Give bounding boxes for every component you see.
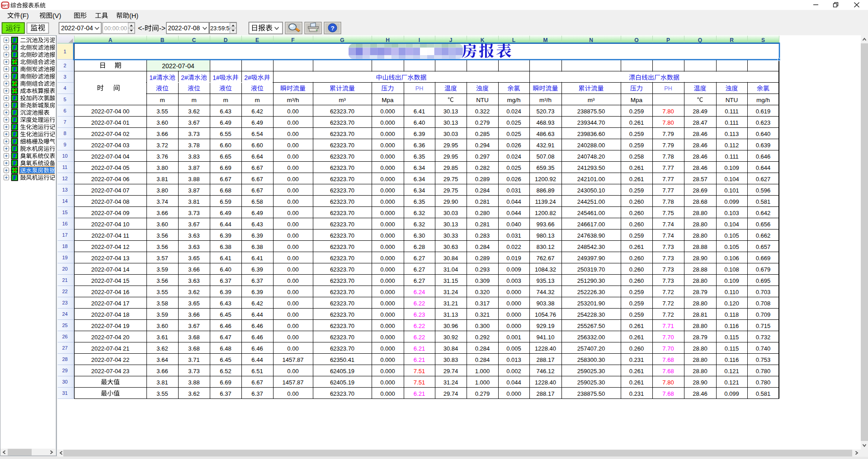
svg-text:62323.70: 62323.70 <box>330 221 354 228</box>
svg-text:993.66: 993.66 <box>537 221 555 228</box>
svg-text:(F): (F) <box>20 12 29 19</box>
svg-text:m: m <box>223 97 228 103</box>
svg-text:14: 14 <box>62 198 67 204</box>
svg-text:7.74: 7.74 <box>662 232 674 239</box>
svg-text:0.001: 0.001 <box>506 334 521 341</box>
svg-text:RPT: RPT <box>2 4 9 7</box>
svg-text:0.00: 0.00 <box>287 289 298 295</box>
svg-text:0.642: 0.642 <box>756 210 771 216</box>
svg-text:18: 18 <box>62 244 67 249</box>
svg-text:239344.70: 239344.70 <box>577 119 605 126</box>
svg-text:3.57: 3.57 <box>156 255 168 262</box>
svg-text:244251.00: 244251.00 <box>577 198 605 205</box>
svg-text:6.67: 6.67 <box>251 176 263 183</box>
svg-text:6.22: 6.22 <box>414 334 425 341</box>
svg-text:L: L <box>512 37 515 43</box>
svg-text:6.46: 6.46 <box>251 345 263 352</box>
svg-text:30.83: 30.83 <box>443 356 458 363</box>
svg-text:0.709: 0.709 <box>756 311 771 318</box>
svg-text:6.49: 6.49 <box>220 119 231 126</box>
svg-text:240748.20: 240748.20 <box>577 153 605 160</box>
svg-text:7.72: 7.72 <box>662 300 674 307</box>
svg-text:2022-07-04 08: 2022-07-04 08 <box>91 198 130 205</box>
svg-text:28: 28 <box>62 356 67 362</box>
svg-text:0.000: 0.000 <box>380 176 395 183</box>
svg-text:1.000: 1.000 <box>475 379 490 386</box>
svg-text:903.38: 903.38 <box>537 300 555 307</box>
svg-text:R: R <box>730 37 734 43</box>
svg-text:m³/h: m³/h <box>539 97 552 103</box>
svg-text:2022-07-04 19: 2022-07-04 19 <box>91 323 130 329</box>
svg-text:659.35: 659.35 <box>537 164 555 171</box>
svg-text:62405.19: 62405.19 <box>330 379 354 386</box>
svg-text:62323.70: 62323.70 <box>330 131 354 137</box>
svg-text:238875.50: 238875.50 <box>577 390 605 397</box>
svg-text:0.259: 0.259 <box>629 131 644 137</box>
svg-text:m: m <box>255 97 259 103</box>
svg-text:6.45: 6.45 <box>220 356 231 363</box>
svg-text:3.88: 3.88 <box>188 176 199 183</box>
svg-text:2022-07-04 04: 2022-07-04 04 <box>91 153 130 160</box>
svg-text:9: 9 <box>63 142 66 147</box>
svg-text:6.67: 6.67 <box>220 176 231 183</box>
svg-text:0.317: 0.317 <box>475 300 490 307</box>
svg-text:62323.70: 62323.70 <box>330 311 354 318</box>
svg-text:NTU: NTU <box>476 97 489 103</box>
svg-text:0.116: 0.116 <box>725 323 739 329</box>
svg-text:23:59:59: 23:59:59 <box>210 25 233 32</box>
svg-text:0.581: 0.581 <box>756 390 771 397</box>
svg-text:27: 27 <box>62 345 67 351</box>
svg-text:3.87: 3.87 <box>188 187 199 194</box>
svg-text:28.69: 28.69 <box>693 187 708 194</box>
svg-text:0.115: 0.115 <box>725 334 739 341</box>
svg-text:Mpa: Mpa <box>382 97 394 103</box>
svg-text:0.108: 0.108 <box>724 266 739 273</box>
svg-text:3.66: 3.66 <box>156 131 168 137</box>
svg-text:0.740: 0.740 <box>756 345 771 352</box>
svg-text:3.62: 3.62 <box>188 108 199 115</box>
svg-text:28.57: 28.57 <box>693 176 708 183</box>
svg-text:0.000: 0.000 <box>380 210 395 216</box>
svg-text:288.17: 288.17 <box>537 390 555 397</box>
svg-text:0.000: 0.000 <box>380 187 395 194</box>
svg-text:6.49: 6.49 <box>251 119 263 126</box>
svg-text:3.73: 3.73 <box>188 368 199 375</box>
svg-text:6.35: 6.35 <box>414 153 425 160</box>
svg-text:247638.90: 247638.90 <box>577 232 605 239</box>
svg-text:28.88: 28.88 <box>693 266 708 273</box>
svg-text:0.002: 0.002 <box>506 368 521 375</box>
svg-text:259025.30: 259025.30 <box>577 368 605 375</box>
svg-text:744.32: 744.32 <box>537 289 555 295</box>
svg-text:0.309: 0.309 <box>475 277 490 284</box>
svg-text:2#: 2# <box>181 74 188 81</box>
svg-text:0.000: 0.000 <box>380 323 395 329</box>
svg-text:0.279: 0.279 <box>475 119 490 126</box>
svg-text:6.41: 6.41 <box>414 108 425 115</box>
svg-text:0.025: 0.025 <box>506 131 521 137</box>
svg-text:257407.20: 257407.20 <box>577 345 605 352</box>
svg-text:6.45: 6.45 <box>220 311 231 318</box>
svg-text:7.78: 7.78 <box>662 198 674 205</box>
svg-text:0.00: 0.00 <box>287 255 298 262</box>
svg-text:30.84: 30.84 <box>443 345 458 352</box>
svg-text:6.39: 6.39 <box>251 289 263 295</box>
svg-text:62323.70: 62323.70 <box>330 164 354 171</box>
svg-text:30.13: 30.13 <box>443 221 458 228</box>
svg-text:29.95: 29.95 <box>443 153 458 160</box>
svg-text:22: 22 <box>62 289 67 294</box>
svg-text:0.292: 0.292 <box>475 334 490 341</box>
svg-text:0.261: 0.261 <box>629 164 644 171</box>
svg-text:0.113: 0.113 <box>725 131 739 137</box>
svg-text:30.92: 30.92 <box>443 334 458 341</box>
svg-text:0.00: 0.00 <box>287 345 298 352</box>
svg-text:30.84: 30.84 <box>443 255 458 262</box>
svg-text:6.67: 6.67 <box>251 187 263 194</box>
svg-text:2022-07-04 12: 2022-07-04 12 <box>91 244 130 250</box>
svg-text:7.72: 7.72 <box>662 311 674 318</box>
svg-text:0.259: 0.259 <box>629 289 644 295</box>
svg-text:31.24: 31.24 <box>443 289 458 295</box>
svg-text:6.34: 6.34 <box>414 164 425 171</box>
svg-text:3.72: 3.72 <box>156 142 168 149</box>
svg-text:1200.92: 1200.92 <box>535 176 556 183</box>
svg-text:m³: m³ <box>588 97 595 103</box>
